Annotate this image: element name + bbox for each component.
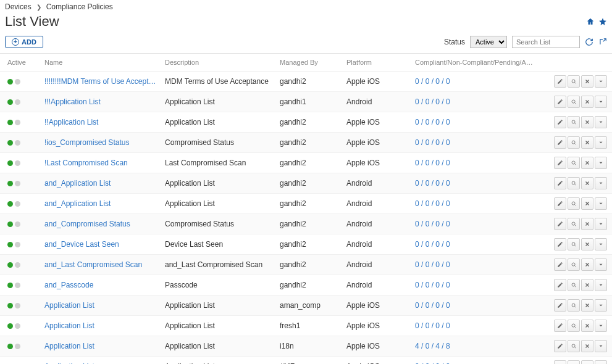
edit-button[interactable] [554,279,566,291]
more-dropdown-button[interactable] [595,157,607,169]
policy-name-link[interactable]: and_Device Last Seen [44,240,165,249]
edit-button[interactable] [554,320,566,332]
delete-button[interactable] [581,238,593,250]
policy-name-link[interactable]: !!!Application List [44,97,165,106]
policy-compliance-link[interactable]: 0 / 0 / 0 / 0 [415,118,539,126]
star-icon[interactable] [598,17,607,26]
policy-compliance-link[interactable]: 0 / 0 / 0 / 0 [415,281,539,289]
delete-button[interactable] [581,197,593,210]
view-button[interactable] [568,177,580,189]
policy-compliance-link[interactable]: 0 / 0 / 0 / 0 [415,220,539,228]
view-button[interactable] [568,320,580,332]
policy-compliance-link[interactable]: 0 / 0 / 0 / 0 [415,77,539,86]
active-status-toggle[interactable] [7,221,44,227]
more-dropdown-button[interactable] [595,299,607,312]
delete-button[interactable] [581,340,593,352]
status-select[interactable]: Active [470,36,507,48]
delete-button[interactable] [581,299,593,312]
edit-button[interactable] [554,218,566,230]
col-header-platform[interactable]: Platform [346,59,415,66]
col-header-name[interactable]: Name [44,59,165,66]
edit-button[interactable] [554,96,566,108]
edit-button[interactable] [554,238,566,250]
edit-button[interactable] [554,259,566,271]
view-button[interactable] [568,136,580,149]
delete-button[interactable] [581,360,593,364]
policy-name-link[interactable]: Application List [44,301,165,310]
edit-button[interactable] [554,340,566,352]
add-button[interactable]: + ADD [5,36,43,48]
active-status-toggle[interactable] [7,323,44,329]
policy-compliance-link[interactable]: 0 / 0 / 0 / 0 [415,199,539,208]
policy-compliance-link[interactable]: 0 / 0 / 0 / 0 [415,159,539,167]
policy-name-link[interactable]: and_Last Compromised Scan [44,260,165,269]
policy-name-link[interactable]: and_Application List [44,199,165,208]
more-dropdown-button[interactable] [595,218,607,230]
policy-compliance-link[interactable]: 4 / 0 / 4 / 8 [415,342,539,350]
more-dropdown-button[interactable] [595,259,607,271]
more-dropdown-button[interactable] [595,279,607,291]
col-header-description[interactable]: Description [165,59,280,66]
edit-button[interactable] [554,197,566,210]
policy-compliance-link[interactable]: 0 / 0 / 0 / 0 [415,260,539,269]
policy-compliance-link[interactable]: 0 / 0 / 0 / 0 [415,138,539,147]
view-button[interactable] [568,96,580,108]
delete-button[interactable] [581,116,593,128]
view-button[interactable] [568,299,580,312]
delete-button[interactable] [581,136,593,149]
view-button[interactable] [568,238,580,250]
view-button[interactable] [568,157,580,169]
policy-name-link[interactable]: !ios_Compromised Status [44,138,165,147]
edit-button[interactable] [554,177,566,189]
delete-button[interactable] [581,96,593,108]
policy-compliance-link[interactable]: 0 / 0 / 0 / 0 [415,179,539,188]
edit-button[interactable] [554,299,566,312]
policy-name-link[interactable]: Application List [44,321,165,330]
policy-name-link[interactable]: and_Passcode [44,281,165,289]
policy-compliance-link[interactable]: 0 / 0 / 0 / 0 [415,301,539,310]
view-button[interactable] [568,116,580,128]
view-button[interactable] [568,340,580,352]
view-button[interactable] [568,259,580,271]
edit-button[interactable] [554,116,566,128]
view-button[interactable] [568,75,580,88]
policy-name-link[interactable]: !!Application List [44,118,165,126]
active-status-toggle[interactable] [7,201,44,207]
delete-button[interactable] [581,320,593,332]
col-header-active[interactable]: Active [5,59,44,66]
more-dropdown-button[interactable] [595,116,607,128]
refresh-icon[interactable] [585,38,593,46]
active-status-toggle[interactable] [7,344,44,349]
more-dropdown-button[interactable] [595,238,607,250]
export-icon[interactable] [598,38,607,46]
view-button[interactable] [568,197,580,210]
policy-name-link[interactable]: and_Compromised Status [44,220,165,228]
active-status-toggle[interactable] [7,283,44,288]
edit-button[interactable] [554,75,566,88]
active-status-toggle[interactable] [7,79,44,85]
home-icon[interactable] [586,17,595,26]
policy-name-link[interactable]: and_Application List [44,179,165,188]
edit-button[interactable] [554,136,566,149]
col-header-managed-by[interactable]: Managed By [280,59,346,66]
active-status-toggle[interactable] [7,160,44,166]
breadcrumb-root[interactable]: Devices [5,2,31,11]
more-dropdown-button[interactable] [595,360,607,364]
policy-compliance-link[interactable]: 0 / 0 / 0 / 0 [415,240,539,249]
policy-compliance-link[interactable]: 0 / 0 / 0 / 0 [415,321,539,330]
delete-button[interactable] [581,177,593,189]
active-status-toggle[interactable] [7,140,44,146]
active-status-toggle[interactable] [7,242,44,247]
delete-button[interactable] [581,279,593,291]
active-status-toggle[interactable] [7,120,44,125]
more-dropdown-button[interactable] [595,75,607,88]
policy-compliance-link[interactable]: 0 / 0 / 0 / 0 [415,97,539,106]
view-button[interactable] [568,279,580,291]
edit-button[interactable] [554,360,566,364]
delete-button[interactable] [581,157,593,169]
policy-name-link[interactable]: !Last Compromised Scan [44,159,165,167]
edit-button[interactable] [554,157,566,169]
col-header-compliance[interactable]: Compliant/Non-Compliant/Pending/Assigned [415,59,539,66]
active-status-toggle[interactable] [7,262,44,268]
more-dropdown-button[interactable] [595,177,607,189]
